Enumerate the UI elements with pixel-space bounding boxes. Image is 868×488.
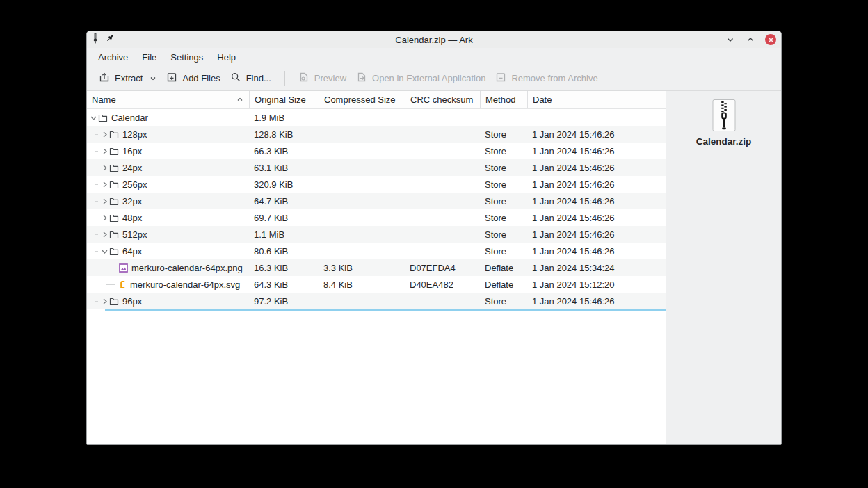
toolbar-separator: [284, 71, 285, 86]
column-header-crc-checksum[interactable]: CRC checksum: [405, 91, 480, 108]
menu-file[interactable]: File: [135, 50, 163, 65]
table-header: Name Original Size Compressed Size CRC c…: [87, 91, 666, 109]
titlebar[interactable]: Calendar.zip — Ark: [87, 31, 781, 48]
entry-name-cell[interactable]: 256px: [87, 176, 249, 193]
svg-file-icon: [119, 280, 127, 289]
entry-crc-checksum: [405, 193, 480, 209]
entry-name-label: 96px: [122, 296, 142, 307]
chevron-right-icon[interactable]: [99, 214, 109, 222]
table-row[interactable]: 64px80.6 KiBStore1 Jan 2024 15:46:26: [87, 243, 666, 259]
table-body: Calendar1.9 MiB128px128.8 KiBStore1 Jan …: [87, 109, 666, 309]
folder-icon: [109, 180, 119, 189]
entry-name-cell[interactable]: 64px: [87, 243, 249, 259]
add-files-button[interactable]: Add Files: [161, 68, 225, 88]
chevron-right-icon[interactable]: [99, 231, 109, 238]
folder-icon: [109, 213, 119, 222]
entry-original-size: 16.3 KiB: [249, 259, 319, 276]
extract-dropdown-chevron-icon[interactable]: [150, 75, 156, 82]
tree-guide-line: [95, 259, 95, 276]
open-external-button[interactable]: Open in External Application: [351, 68, 490, 88]
tree-guide-line: [106, 284, 115, 285]
entry-crc-checksum: [405, 143, 480, 159]
table-row[interactable]: 96px97.2 KiBStore1 Jan 2024 15:46:26: [87, 293, 666, 309]
table-row[interactable]: Calendar1.9 MiB: [87, 109, 666, 126]
remove-from-archive-button[interactable]: Remove from Archive: [490, 68, 602, 88]
menu-archive[interactable]: Archive: [91, 50, 135, 65]
chevron-right-icon[interactable]: [99, 131, 109, 138]
entry-method: [480, 109, 527, 126]
entry-original-size: 66.3 KiB: [249, 143, 319, 159]
table-row[interactable]: 16px66.3 KiBStore1 Jan 2024 15:46:26: [87, 143, 666, 159]
entry-name-cell[interactable]: 16px: [87, 143, 249, 159]
preview-icon: [298, 72, 310, 85]
entry-date: 1 Jan 2024 15:46:26: [527, 243, 666, 259]
column-header-original-size[interactable]: Original Size: [249, 91, 319, 108]
chevron-right-icon[interactable]: [99, 181, 109, 188]
entry-name-cell[interactable]: merkuro-calendar-64px.svg: [87, 276, 249, 293]
entry-method: Deflate: [480, 259, 527, 276]
chevron-down-icon[interactable]: [88, 114, 98, 122]
chevron-down-icon[interactable]: [99, 247, 109, 255]
remove-from-archive-icon: [495, 72, 506, 85]
entry-name-label: 24px: [122, 163, 142, 173]
close-button[interactable]: [765, 34, 776, 45]
entry-date: 1 Jan 2024 15:46:26: [527, 293, 666, 309]
entry-original-size: 97.2 KiB: [249, 293, 319, 309]
table-row[interactable]: 32px64.7 KiBStore1 Jan 2024 15:46:26: [87, 193, 666, 209]
tree-guide-line: [95, 134, 98, 135]
entry-compressed-size: [319, 143, 405, 159]
column-header-name[interactable]: Name: [87, 91, 249, 108]
archive-name-label: Calendar.zip: [696, 136, 752, 147]
table-row[interactable]: 128px128.8 KiBStore1 Jan 2024 15:46:26: [87, 126, 666, 143]
tree-guide-line: [95, 276, 95, 293]
entry-name-cell[interactable]: 32px: [87, 193, 249, 209]
entry-method: Store: [480, 209, 527, 226]
find-button[interactable]: Find...: [225, 68, 276, 88]
entry-method: Store: [480, 126, 527, 143]
tree-guide-line: [95, 234, 98, 235]
archive-tree-view[interactable]: Name Original Size Compressed Size CRC c…: [87, 91, 666, 444]
add-files-icon: [166, 72, 177, 85]
chevron-right-icon[interactable]: [99, 298, 109, 305]
table-row[interactable]: merkuro-calendar-64px.svg64.3 KiB8.4 KiB…: [87, 276, 666, 293]
entry-original-size: 128.8 KiB: [249, 126, 319, 143]
folder-icon: [109, 230, 119, 239]
entry-compressed-size: [319, 243, 405, 259]
entry-name-cell[interactable]: 512px: [87, 226, 249, 243]
entry-name-cell[interactable]: Calendar: [87, 109, 249, 126]
minimize-button[interactable]: [725, 34, 736, 45]
entry-name-cell[interactable]: 48px: [87, 209, 249, 226]
entry-crc-checksum: D07EFDA4: [405, 259, 480, 276]
tree-guide-line: [95, 168, 98, 168]
entry-name-cell[interactable]: 24px: [87, 159, 249, 176]
entry-name-cell[interactable]: merkuro-calendar-64px.png: [87, 259, 249, 276]
table-row[interactable]: merkuro-calendar-64px.png16.3 KiB3.3 KiB…: [87, 259, 666, 276]
entry-date: 1 Jan 2024 15:12:20: [527, 276, 666, 293]
entry-name-cell[interactable]: 128px: [87, 126, 249, 143]
table-row[interactable]: 512px1.1 MiBStore1 Jan 2024 15:46:26: [87, 226, 666, 243]
chevron-right-icon[interactable]: [99, 147, 109, 155]
extract-button[interactable]: Extract: [94, 68, 161, 88]
menu-settings[interactable]: Settings: [163, 50, 210, 65]
chevron-right-icon[interactable]: [99, 197, 109, 205]
table-row[interactable]: 256px320.9 KiBStore1 Jan 2024 15:46:26: [87, 176, 666, 193]
entry-crc-checksum: [405, 243, 480, 259]
maximize-button[interactable]: [745, 34, 756, 45]
entry-name-cell[interactable]: 96px: [87, 293, 249, 309]
preview-button[interactable]: Preview: [294, 68, 351, 88]
menu-help[interactable]: Help: [210, 50, 243, 65]
column-header-date[interactable]: Date: [527, 91, 666, 108]
entry-original-size: 64.7 KiB: [249, 193, 319, 209]
entry-original-size: 80.6 KiB: [249, 243, 319, 259]
entry-crc-checksum: [405, 293, 480, 309]
sort-ascending-icon: [236, 95, 243, 105]
chevron-right-icon[interactable]: [99, 164, 109, 172]
entry-crc-checksum: [405, 126, 480, 143]
entry-compressed-size: 8.4 KiB: [319, 276, 405, 293]
table-row[interactable]: 48px69.7 KiBStore1 Jan 2024 15:46:26: [87, 209, 666, 226]
column-header-compressed-size[interactable]: Compressed Size: [319, 91, 405, 108]
entry-method: Store: [480, 243, 527, 259]
remove-from-archive-label: Remove from Archive: [511, 73, 597, 83]
table-row[interactable]: 24px63.1 KiBStore1 Jan 2024 15:46:26: [87, 159, 666, 176]
column-header-method[interactable]: Method: [480, 91, 527, 108]
